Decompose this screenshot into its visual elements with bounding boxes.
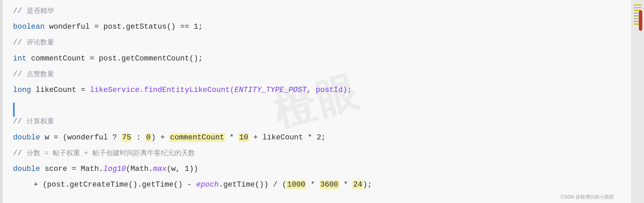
code-area: 橙眼 // 是否精华 boolean wonderful = post.getS…: [3, 0, 631, 203]
code-line-11: + (post.getCreateTime().getTime() - epoc…: [34, 177, 624, 193]
kw-double-2: double: [13, 161, 40, 177]
code-line-6: long likeCount = likeService.findEntityL…: [13, 82, 624, 98]
comment-3: // 点赞数量: [13, 67, 54, 82]
main-container: 橙眼 // 是否精华 boolean wonderful = post.getS…: [0, 0, 644, 203]
code-line-empty: [13, 98, 624, 114]
code-line-5: // 点赞数量: [13, 67, 624, 82]
code-line-8: double w = (wonderful ? 75 : 0) + commen…: [13, 130, 624, 146]
kw-double-1: double: [13, 130, 40, 146]
method-like: likeService.findEntityLikeCount(ENTITY_T…: [90, 82, 352, 98]
code-content: // 是否精华 boolean wonderful = post.getStat…: [13, 3, 624, 193]
comment-4: // 计算权重: [13, 114, 54, 130]
kw-boolean-1: boolean: [13, 19, 44, 35]
right-sidebar[interactable]: [631, 0, 644, 203]
left-bar: [0, 0, 3, 203]
comment-5: // 分数 = 帖子权重 + 帖子创建时间距离牛客纪元的天数: [13, 146, 195, 161]
comment-1: // 是否精华: [13, 3, 54, 19]
kw-long-1: long: [13, 82, 31, 98]
code-text-6: + (post.getCreateTime().getTime() - epoc…: [34, 177, 372, 193]
code-line-1: // 是否精华: [13, 3, 624, 19]
code-line-7: // 计算权重: [13, 114, 624, 130]
code-line-10: double score = Math.log10(Math.max(w, 1)…: [13, 161, 624, 177]
bottom-credit: CSDN @程博衍的小西西: [561, 194, 614, 200]
code-text-2: commentCount = post.getCommentCount();: [27, 51, 203, 67]
code-line-4: int commentCount = post.getCommentCount(…: [13, 51, 624, 67]
mini-line-1: [634, 4, 641, 5]
scroll-thumb[interactable]: [639, 10, 642, 31]
code-line-3: // 评论数量: [13, 35, 624, 51]
kw-int-1: int: [13, 51, 27, 67]
code-text-4: w = (wonderful ? 75 : 0) + commentCount …: [40, 130, 326, 146]
code-line-2: boolean wonderful = post.getStatus() == …: [13, 19, 624, 35]
code-text-3: likeCount =: [31, 82, 90, 98]
comment-2: // 评论数量: [13, 35, 54, 51]
code-line-9: // 分数 = 帖子权重 + 帖子创建时间距离牛客纪元的天数: [13, 146, 624, 161]
mini-line-2: [634, 7, 641, 8]
code-text-5: score = Math.log10(Math.max(w, 1)): [40, 161, 198, 177]
code-text-1: wonderful = post.getStatus() == 1;: [44, 19, 203, 35]
